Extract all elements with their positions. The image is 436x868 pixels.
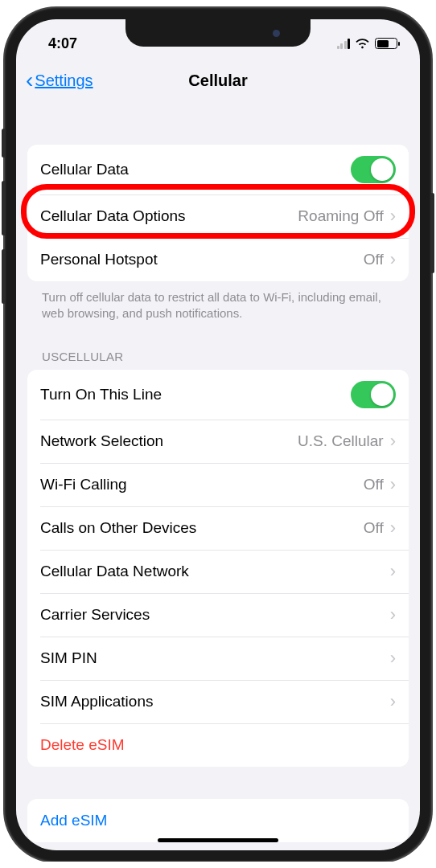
chevron-right-icon: › (390, 606, 396, 624)
chevron-right-icon: › (390, 693, 396, 710)
group-cellular: Cellular Data Cellular Data Options Roam… (27, 145, 409, 281)
row-wifi-calling[interactable]: Wi-Fi Calling Off › (27, 463, 409, 506)
battery-icon (375, 38, 397, 49)
row-network-selection[interactable]: Network Selection U.S. Cellular › (27, 420, 409, 463)
screen: 4:07 ‹ Settings Cellular Cellular Dat (16, 19, 420, 850)
chevron-right-icon: › (390, 519, 396, 537)
row-detail: Roaming Off (298, 207, 383, 225)
row-add-esim[interactable]: Add eSIM (27, 799, 409, 842)
row-turn-on-line[interactable]: Turn On This Line (27, 370, 409, 420)
chevron-left-icon: ‹ (26, 69, 33, 92)
chevron-right-icon: › (390, 563, 396, 580)
row-label: Cellular Data Options (40, 207, 298, 225)
row-delete-esim[interactable]: Delete eSIM (27, 723, 409, 767)
chevron-right-icon: › (390, 649, 396, 667)
row-label: Carrier Services (40, 606, 390, 624)
chevron-right-icon: › (390, 251, 396, 268)
row-detail: Off (364, 519, 384, 537)
back-label: Settings (35, 72, 93, 90)
signal-icon (337, 39, 351, 49)
row-label: Wi-Fi Calling (40, 476, 364, 493)
row-label: SIM Applications (40, 693, 390, 710)
back-button[interactable]: ‹ Settings (26, 69, 93, 92)
row-detail: Off (364, 251, 384, 268)
chevron-right-icon: › (390, 476, 396, 493)
row-label: Personal Hotspot (40, 251, 364, 268)
row-label: Turn On This Line (40, 386, 351, 403)
toggle-cellular-data[interactable] (351, 156, 396, 183)
device-frame: 4:07 ‹ Settings Cellular Cellular Dat (5, 8, 431, 862)
notch (125, 19, 311, 47)
row-cellular-data-options[interactable]: Cellular Data Options Roaming Off › (27, 194, 409, 238)
row-cellular-data[interactable]: Cellular Data (27, 145, 409, 194)
group-footer: Turn off cellular data to restrict all d… (27, 281, 409, 326)
home-indicator[interactable] (158, 838, 278, 842)
nav-bar: ‹ Settings Cellular (16, 59, 420, 101)
group-header: USCELLULAR (27, 326, 409, 370)
row-label: Add eSIM (40, 812, 396, 829)
chevron-right-icon: › (390, 432, 396, 450)
page-title: Cellular (188, 72, 247, 90)
row-label: Cellular Data (40, 161, 351, 178)
wifi-icon (355, 38, 370, 49)
row-label: Delete eSIM (40, 736, 396, 754)
status-time: 4:07 (48, 35, 77, 52)
row-sim-applications[interactable]: SIM Applications › (27, 680, 409, 723)
toggle-line[interactable] (351, 381, 396, 408)
row-detail: U.S. Cellular (298, 432, 384, 450)
row-sim-pin[interactable]: SIM PIN › (27, 637, 409, 680)
row-cellular-data-network[interactable]: Cellular Data Network › (27, 550, 409, 593)
row-label: Network Selection (40, 432, 298, 450)
group-carrier: Turn On This Line Network Selection U.S.… (27, 370, 409, 767)
chevron-right-icon: › (390, 207, 396, 225)
row-label: Calls on Other Devices (40, 519, 364, 537)
row-detail: Off (364, 476, 384, 493)
row-calls-other-devices[interactable]: Calls on Other Devices Off › (27, 506, 409, 550)
row-label: Cellular Data Network (40, 563, 390, 580)
row-personal-hotspot[interactable]: Personal Hotspot Off › (27, 238, 409, 281)
row-label: SIM PIN (40, 649, 390, 667)
group-add-esim: Add eSIM (27, 799, 409, 842)
row-carrier-services[interactable]: Carrier Services › (27, 593, 409, 637)
